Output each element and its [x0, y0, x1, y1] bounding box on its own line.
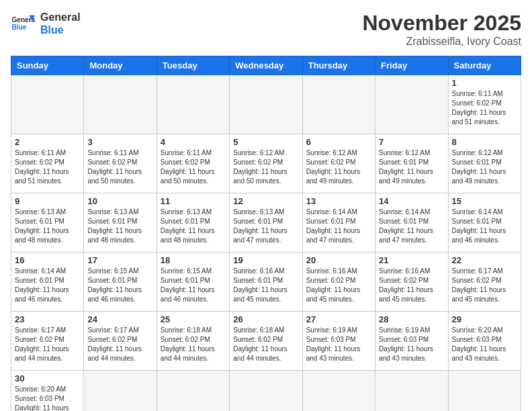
- week-row-3: 9Sunrise: 6:13 AM Sunset: 6:01 PM Daylig…: [11, 193, 521, 253]
- month-title: November 2025: [362, 11, 521, 36]
- day-info: Sunrise: 6:16 AM Sunset: 6:01 PM Dayligh…: [233, 267, 298, 304]
- day-number: 25: [161, 314, 226, 324]
- day-info: Sunrise: 6:11 AM Sunset: 6:02 PM Dayligh…: [15, 148, 80, 186]
- week-row-2: 2Sunrise: 6:11 AM Sunset: 6:02 PM Daylig…: [11, 134, 521, 193]
- week-row-4: 16Sunrise: 6:14 AM Sunset: 6:01 PM Dayli…: [11, 253, 521, 312]
- day-info: Sunrise: 6:18 AM Sunset: 6:02 PM Dayligh…: [161, 326, 226, 363]
- day-number: 6: [306, 137, 371, 147]
- day-number: 12: [233, 196, 298, 206]
- day-number: 18: [161, 255, 226, 265]
- calendar-cell: [84, 371, 157, 412]
- day-number: 13: [306, 196, 371, 206]
- calendar-cell: 23Sunrise: 6:17 AM Sunset: 6:02 PM Dayli…: [11, 312, 84, 371]
- calendar-cell: [302, 371, 375, 412]
- day-info: Sunrise: 6:17 AM Sunset: 6:02 PM Dayligh…: [87, 326, 152, 363]
- day-info: Sunrise: 6:20 AM Sunset: 6:03 PM Dayligh…: [15, 385, 80, 411]
- day-number: 5: [233, 137, 298, 147]
- calendar-cell: 29Sunrise: 6:20 AM Sunset: 6:03 PM Dayli…: [448, 312, 521, 371]
- day-info: Sunrise: 6:11 AM Sunset: 6:02 PM Dayligh…: [161, 148, 226, 186]
- day-info: Sunrise: 6:13 AM Sunset: 6:01 PM Dayligh…: [233, 208, 298, 245]
- day-info: Sunrise: 6:14 AM Sunset: 6:01 PM Dayligh…: [306, 208, 371, 245]
- calendar-cell: [84, 75, 157, 134]
- calendar-cell: 14Sunrise: 6:14 AM Sunset: 6:01 PM Dayli…: [375, 193, 448, 253]
- calendar-cell: 18Sunrise: 6:15 AM Sunset: 6:01 PM Dayli…: [157, 253, 229, 312]
- day-number: 10: [87, 196, 152, 206]
- day-number: 23: [15, 314, 80, 324]
- day-info: Sunrise: 6:11 AM Sunset: 6:02 PM Dayligh…: [452, 89, 517, 127]
- day-number: 8: [452, 137, 517, 147]
- day-number: 27: [306, 314, 371, 324]
- day-number: 20: [306, 255, 371, 265]
- day-info: Sunrise: 6:14 AM Sunset: 6:01 PM Dayligh…: [15, 267, 80, 304]
- logo-blue-text: Blue: [40, 24, 81, 36]
- calendar-cell: 19Sunrise: 6:16 AM Sunset: 6:01 PM Dayli…: [230, 253, 302, 312]
- calendar-cell: [230, 371, 302, 412]
- logo-general-text: General: [40, 11, 81, 24]
- day-info: Sunrise: 6:20 AM Sunset: 6:03 PM Dayligh…: [452, 326, 517, 363]
- day-info: Sunrise: 6:16 AM Sunset: 6:02 PM Dayligh…: [306, 267, 371, 304]
- calendar-cell: 24Sunrise: 6:17 AM Sunset: 6:02 PM Dayli…: [84, 312, 157, 371]
- day-info: Sunrise: 6:13 AM Sunset: 6:01 PM Dayligh…: [15, 208, 80, 245]
- column-header-saturday: Saturday: [448, 56, 521, 75]
- day-number: 9: [15, 196, 80, 206]
- day-number: 15: [452, 196, 517, 206]
- day-number: 14: [379, 196, 444, 206]
- calendar-cell: 25Sunrise: 6:18 AM Sunset: 6:02 PM Dayli…: [157, 312, 229, 371]
- day-info: Sunrise: 6:19 AM Sunset: 6:03 PM Dayligh…: [379, 326, 444, 363]
- day-number: 28: [379, 314, 444, 324]
- column-header-thursday: Thursday: [302, 56, 375, 75]
- logo-icon: General Blue: [11, 11, 35, 36]
- day-number: 2: [15, 137, 80, 147]
- day-number: 7: [379, 137, 444, 147]
- day-number: 22: [452, 255, 517, 265]
- day-info: Sunrise: 6:17 AM Sunset: 6:02 PM Dayligh…: [15, 326, 80, 363]
- calendar-header-row: SundayMondayTuesdayWednesdayThursdayFrid…: [11, 56, 521, 75]
- calendar-cell: 10Sunrise: 6:13 AM Sunset: 6:01 PM Dayli…: [84, 193, 157, 253]
- day-info: Sunrise: 6:11 AM Sunset: 6:02 PM Dayligh…: [87, 148, 152, 186]
- calendar-cell: 26Sunrise: 6:18 AM Sunset: 6:02 PM Dayli…: [230, 312, 302, 371]
- calendar-cell: [448, 371, 521, 412]
- calendar-cell: 28Sunrise: 6:19 AM Sunset: 6:03 PM Dayli…: [375, 312, 448, 371]
- day-info: Sunrise: 6:14 AM Sunset: 6:01 PM Dayligh…: [452, 208, 517, 245]
- day-number: 19: [233, 255, 298, 265]
- day-number: 3: [87, 137, 152, 147]
- day-number: 1: [452, 78, 517, 88]
- week-row-5: 23Sunrise: 6:17 AM Sunset: 6:02 PM Dayli…: [11, 312, 521, 371]
- calendar-cell: 17Sunrise: 6:15 AM Sunset: 6:01 PM Dayli…: [84, 253, 157, 312]
- day-info: Sunrise: 6:16 AM Sunset: 6:02 PM Dayligh…: [379, 267, 444, 304]
- calendar-cell: [157, 75, 229, 134]
- calendar-cell: 4Sunrise: 6:11 AM Sunset: 6:02 PM Daylig…: [157, 134, 229, 193]
- day-number: 24: [87, 314, 152, 324]
- calendar-cell: 15Sunrise: 6:14 AM Sunset: 6:01 PM Dayli…: [448, 193, 521, 253]
- column-header-monday: Monday: [84, 56, 157, 75]
- column-header-tuesday: Tuesday: [157, 56, 229, 75]
- calendar-cell: 1Sunrise: 6:11 AM Sunset: 6:02 PM Daylig…: [448, 75, 521, 134]
- day-number: 4: [161, 137, 226, 147]
- day-info: Sunrise: 6:12 AM Sunset: 6:01 PM Dayligh…: [379, 148, 444, 186]
- calendar-cell: [375, 371, 448, 412]
- calendar-cell: 16Sunrise: 6:14 AM Sunset: 6:01 PM Dayli…: [11, 253, 84, 312]
- calendar-cell: 30Sunrise: 6:20 AM Sunset: 6:03 PM Dayli…: [11, 371, 84, 412]
- calendar-cell: 2Sunrise: 6:11 AM Sunset: 6:02 PM Daylig…: [11, 134, 84, 193]
- location-title: Zrabisseifla, Ivory Coast: [362, 36, 521, 48]
- day-number: 16: [15, 255, 80, 265]
- calendar-cell: 8Sunrise: 6:12 AM Sunset: 6:01 PM Daylig…: [448, 134, 521, 193]
- calendar-cell: 12Sunrise: 6:13 AM Sunset: 6:01 PM Dayli…: [230, 193, 302, 253]
- day-info: Sunrise: 6:19 AM Sunset: 6:03 PM Dayligh…: [306, 326, 371, 363]
- day-info: Sunrise: 6:15 AM Sunset: 6:01 PM Dayligh…: [87, 267, 152, 304]
- day-info: Sunrise: 6:15 AM Sunset: 6:01 PM Dayligh…: [161, 267, 226, 304]
- calendar-cell: 5Sunrise: 6:12 AM Sunset: 6:02 PM Daylig…: [230, 134, 302, 193]
- calendar-cell: 22Sunrise: 6:17 AM Sunset: 6:02 PM Dayli…: [448, 253, 521, 312]
- column-header-sunday: Sunday: [11, 56, 84, 75]
- day-number: 11: [161, 196, 226, 206]
- calendar-cell: 3Sunrise: 6:11 AM Sunset: 6:02 PM Daylig…: [84, 134, 157, 193]
- day-info: Sunrise: 6:12 AM Sunset: 6:02 PM Dayligh…: [233, 148, 298, 186]
- day-info: Sunrise: 6:12 AM Sunset: 6:01 PM Dayligh…: [452, 148, 517, 186]
- column-header-friday: Friday: [375, 56, 448, 75]
- calendar-cell: [11, 75, 84, 134]
- calendar-cell: [375, 75, 448, 134]
- calendar-cell: 21Sunrise: 6:16 AM Sunset: 6:02 PM Dayli…: [375, 253, 448, 312]
- calendar-cell: 11Sunrise: 6:13 AM Sunset: 6:01 PM Dayli…: [157, 193, 229, 253]
- column-header-wednesday: Wednesday: [230, 56, 302, 75]
- calendar-cell: 27Sunrise: 6:19 AM Sunset: 6:03 PM Dayli…: [302, 312, 375, 371]
